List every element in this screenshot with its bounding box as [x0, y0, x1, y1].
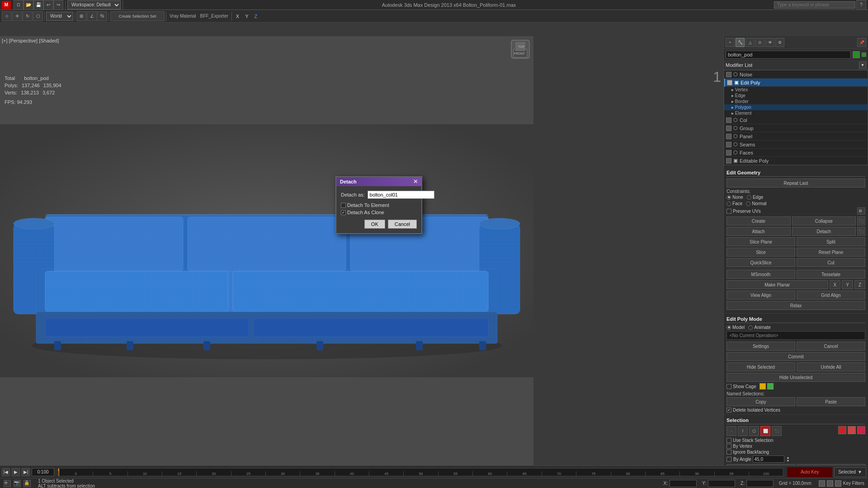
workspace-dropdown[interactable]: Workspace: Default	[67, 0, 121, 9]
make-planar-btn[interactable]: Make Planar	[726, 280, 828, 289]
z-coord-input[interactable]	[746, 480, 774, 487]
constraint-edge[interactable]: Edge	[747, 195, 763, 200]
named-selection[interactable]: Create Selection Set	[110, 11, 165, 21]
scale-tool[interactable]: ⬡	[33, 11, 43, 21]
view-align-btn[interactable]: View Align	[726, 291, 795, 300]
ignore-backfacing-row[interactable]: Ignore Backfacing	[726, 450, 865, 455]
modify-tab[interactable]: 🔧	[736, 38, 745, 47]
auto-key-btn[interactable]: Auto Key	[787, 467, 832, 477]
subobj-edge[interactable]: ▸ Edge	[724, 93, 868, 99]
sel-border-btn[interactable]: ⬡	[749, 426, 759, 436]
reset-plane-btn[interactable]: Reset Plane	[797, 248, 865, 257]
ref-coord[interactable]: World	[46, 12, 73, 21]
create-btn[interactable]: Create	[726, 216, 791, 225]
object-name-input[interactable]	[726, 51, 851, 59]
animate-radio[interactable]: Animate	[748, 325, 771, 330]
repeat-last-btn[interactable]: Repeat Last	[726, 178, 865, 188]
sel-color1[interactable]	[838, 426, 846, 434]
prev-frame-btn[interactable]: |◀	[2, 468, 10, 476]
quickslice-btn[interactable]: QuickSlice	[726, 258, 795, 267]
sel-vertex-btn[interactable]: ·	[726, 426, 736, 436]
modifier-item-editable-poly[interactable]: ▣ Editable Poly	[724, 157, 868, 165]
utilities-tab[interactable]: ⚙	[775, 38, 784, 47]
slice-btn[interactable]: Slice	[726, 248, 795, 257]
collapse-btn[interactable]: Collapse	[792, 216, 856, 225]
split-btn[interactable]: Split	[797, 237, 865, 246]
sel-edge-btn[interactable]: /	[738, 426, 748, 436]
constraint-none[interactable]: None	[726, 195, 743, 200]
detach-settings[interactable]: ⬛	[857, 227, 865, 236]
hide-selected-btn[interactable]: Hide Selected	[726, 362, 795, 371]
time-track[interactable]: 0 5 10 15 20 25 30 35 40 45 50 55 60 65 …	[58, 468, 783, 476]
detach-name-input[interactable]	[368, 191, 434, 199]
modifier-item-faces[interactable]: ⬡ Faces	[724, 149, 868, 157]
move-tool[interactable]: ✛	[12, 11, 22, 21]
x-planar-btn[interactable]: X	[830, 280, 841, 289]
detach-to-element-row[interactable]: Detach To Element	[341, 202, 417, 208]
z-planar-btn[interactable]: Z	[854, 280, 865, 289]
collapse-settings[interactable]: ⬛	[857, 216, 865, 225]
angle-up[interactable]: ▲	[786, 456, 789, 459]
detach-as-clone-row[interactable]: ✓ Detach As Clone	[341, 210, 417, 215]
detach-cancel-btn[interactable]: Cancel	[388, 220, 417, 229]
slice-plane-btn[interactable]: Slice Plane	[726, 237, 795, 246]
grid-align-btn[interactable]: Grid Align	[797, 291, 865, 300]
create-tab[interactable]: +	[726, 38, 735, 47]
modifier-list-arrow[interactable]: ▼	[859, 61, 866, 69]
x-coord-input[interactable]	[670, 480, 697, 487]
relax-btn[interactable]: Relax	[726, 301, 865, 310]
angle-value[interactable]	[753, 455, 784, 463]
search-input[interactable]	[774, 1, 855, 9]
key-btn1[interactable]	[819, 480, 825, 487]
detach-btn[interactable]: Detach	[792, 227, 856, 236]
key-btn3[interactable]	[835, 480, 841, 487]
settings-btn[interactable]: Settings	[726, 342, 795, 351]
redo-btn[interactable]: ↪	[53, 0, 63, 10]
subobj-vertex[interactable]: ▸ Vertex	[724, 87, 868, 93]
tesselate-btn[interactable]: Tesselate	[797, 270, 865, 279]
angle-down[interactable]: ▼	[786, 459, 789, 462]
unhide-all-btn[interactable]: Unhide All	[797, 362, 865, 371]
status-camera-icon[interactable]: 📷	[14, 480, 21, 487]
next-frame-btn[interactable]: ▶|	[22, 468, 30, 476]
view-cube[interactable]: TOP FRONT	[509, 38, 532, 61]
paste-btn[interactable]: Paste	[797, 397, 865, 406]
copy-btn[interactable]: Copy	[726, 397, 795, 406]
sel-element-btn[interactable]: ⬛	[772, 426, 782, 436]
constraint-normal[interactable]: Normal	[746, 201, 766, 206]
cage-color1[interactable]	[760, 383, 766, 389]
msmooth-btn[interactable]: MSmooth	[726, 270, 795, 279]
open-btn[interactable]: 📂	[24, 0, 33, 10]
save-btn[interactable]: 💾	[33, 0, 43, 10]
hierarchy-tab[interactable]: △	[745, 38, 755, 47]
y-coord-input[interactable]	[708, 480, 735, 487]
sel-poly-btn[interactable]: ⬜	[760, 426, 770, 436]
display-tab[interactable]: 👁	[765, 38, 774, 47]
viewport[interactable]: [+] [Perspective] [Shaded] Total bolton_…	[0, 36, 533, 465]
modifier-item-group[interactable]: ⬡ Group	[724, 124, 868, 132]
motion-tab[interactable]: ⊙	[755, 38, 764, 47]
modifier-item-seams[interactable]: ⬡ Seams	[724, 141, 868, 149]
by-vertex-row[interactable]: By Vertex	[726, 444, 865, 449]
subobj-element[interactable]: ▸ Element	[724, 110, 868, 116]
detach-ok-btn[interactable]: OK	[364, 220, 385, 229]
use-stack-row[interactable]: Use Stack Selection	[726, 438, 865, 443]
constraint-face[interactable]: Face	[726, 201, 742, 206]
model-radio[interactable]: Model	[726, 325, 745, 330]
commit-btn[interactable]: Commit	[726, 352, 865, 361]
pin-btn[interactable]: 📌	[857, 38, 866, 47]
selected-display[interactable]: Selected ▼	[834, 467, 866, 477]
undo-btn[interactable]: ↩	[43, 0, 53, 10]
sel-color3[interactable]	[857, 426, 865, 434]
detach-close-btn[interactable]: ✕	[413, 178, 418, 185]
modifier-item-panel[interactable]: ⬡ Panel	[724, 132, 868, 141]
y-planar-btn[interactable]: Y	[842, 280, 853, 289]
modifier-item-editpoly[interactable]: ▣ Edit Poly	[724, 79, 868, 87]
cage-color2[interactable]	[767, 383, 774, 389]
delete-isolated-row[interactable]: ✓ Delete Isolated Vertices	[726, 408, 865, 413]
key-btn2[interactable]	[827, 480, 833, 487]
object-color-swatch[interactable]	[853, 51, 860, 58]
modifier-item-noise[interactable]: ⬡ Noise	[724, 70, 868, 79]
by-angle-check[interactable]	[726, 457, 731, 462]
preserve-uvs-row[interactable]: Preserve UVs ⚙	[726, 207, 865, 215]
